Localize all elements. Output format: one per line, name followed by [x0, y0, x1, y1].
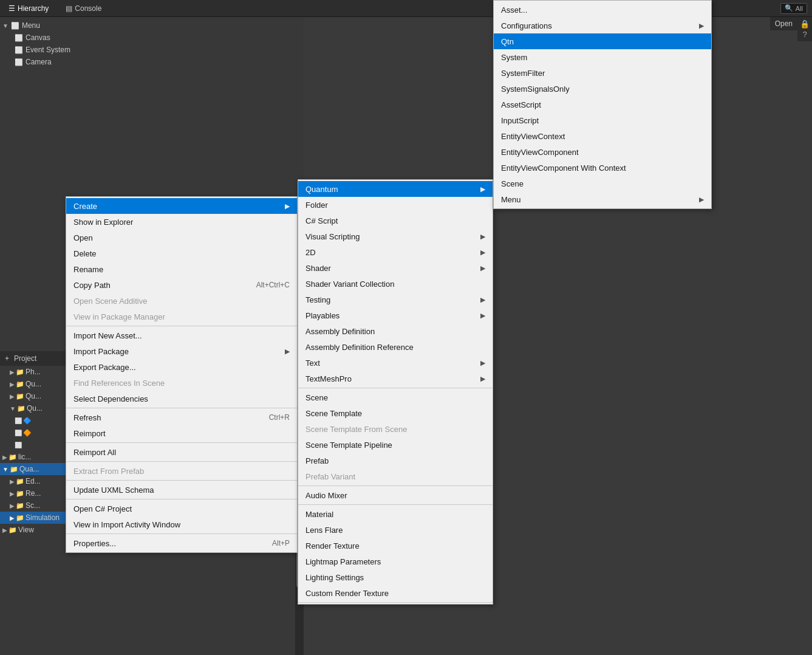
ctx-open-csharp[interactable]: Open C# Project: [66, 501, 297, 516]
ctx-item-label: Assembly Definition: [305, 327, 375, 336]
ctx-item-label: Lighting Settings: [305, 573, 364, 582]
ctx-assetscript[interactable]: AssetScript: [494, 97, 711, 112]
ctx-reimport[interactable]: Reimport: [66, 425, 297, 441]
ctx-item-label: Scene: [305, 393, 328, 402]
ctx-csharp-script[interactable]: C# Script: [298, 213, 493, 228]
ctx-item-label: Open: [73, 233, 93, 242]
ctx-prefab-variant: Prefab Variant: [298, 468, 493, 484]
ctx-view-import-activity[interactable]: View in Import Activity Window: [66, 516, 297, 532]
ctx-animator-controller[interactable]: Animator Controller: [298, 604, 493, 605]
hierarchy-item-label: Canvas: [26, 33, 50, 42]
ctx-folder[interactable]: Folder: [298, 197, 493, 213]
ctx-item-label: System: [501, 53, 527, 62]
ctx-item-label: InputScript: [501, 116, 539, 125]
ctx-visual-scripting[interactable]: Visual Scripting ▶: [298, 228, 493, 244]
ctx-menu-right[interactable]: Menu ▶: [494, 191, 711, 207]
ctx-entityviewcomponent-with-context[interactable]: EntityViewComponent With Context: [494, 160, 711, 176]
ctx-rename[interactable]: Rename: [66, 261, 297, 277]
ctx-entityviewcomponent[interactable]: EntityViewComponent: [494, 144, 711, 160]
console-tab[interactable]: ▤ Console: [62, 3, 105, 14]
ctx-select-dependencies[interactable]: Select Dependencies: [66, 391, 297, 406]
ctx-text[interactable]: Text ▶: [298, 355, 493, 371]
ctx-lens-flare[interactable]: Lens Flare: [298, 522, 493, 538]
ctx-separator-7: [66, 533, 297, 534]
context-menu-create: Quantum ▶ Folder C# Script Visual Script…: [298, 179, 493, 605]
ctx-lightmap-parameters[interactable]: Lightmap Parameters: [298, 554, 493, 569]
ctx-shader[interactable]: Shader ▶: [298, 260, 493, 276]
ctx-inputscript[interactable]: InputScript: [494, 112, 711, 128]
ctx-copy-path[interactable]: Copy Path Alt+Ctrl+C: [66, 277, 297, 293]
ctx-scene-template[interactable]: Scene Template: [298, 405, 493, 421]
ctx-scene[interactable]: Scene: [298, 389, 493, 405]
folder-icon: 📁: [10, 465, 18, 473]
submenu-arrow-icon: ▶: [285, 202, 290, 210]
ctx-import-package[interactable]: Import Package ▶: [66, 343, 297, 359]
ctx-lighting-settings[interactable]: Lighting Settings: [298, 569, 493, 585]
ctx-audio-mixer[interactable]: Audio Mixer: [298, 487, 493, 503]
ctx-playables[interactable]: Playables ▶: [298, 307, 493, 323]
hierarchy-item-camera[interactable]: ⬜ Camera: [0, 56, 304, 68]
context-menu-left: Create ▶ Show in Explorer Open Delete Re…: [66, 196, 298, 553]
ctx-shader-variant-collection[interactable]: Shader Variant Collection: [298, 276, 493, 292]
ctx-custom-render-texture[interactable]: Custom Render Texture: [298, 585, 493, 601]
arrow-icon: ▶: [10, 478, 15, 485]
folder-icon: ⬜: [15, 430, 22, 436]
ctx-2d[interactable]: 2D ▶: [298, 244, 493, 260]
question-icon[interactable]: ?: [802, 30, 807, 39]
ctx-qtn[interactable]: Qtn: [494, 33, 711, 49]
hierarchy-tab[interactable]: ☰ Hierarchy: [5, 3, 52, 14]
ctx-asset[interactable]: Asset...: [494, 2, 711, 18]
ctx-reimport-all[interactable]: Reimport All: [66, 444, 297, 460]
ctx-item-label: Export Package...: [73, 363, 136, 372]
hierarchy-item-menu[interactable]: ▼ ⬜ Menu: [0, 19, 304, 32]
ctx-scene-template-from-scene: Scene Template From Scene: [298, 421, 493, 437]
ctx-refresh[interactable]: Refresh Ctrl+R: [66, 410, 297, 425]
ctx-item-label: Reimport: [73, 429, 106, 438]
ctx-system[interactable]: System: [494, 49, 711, 65]
ctx-configurations[interactable]: Configurations ▶: [494, 18, 711, 33]
folder-icon: 📁: [16, 368, 24, 376]
ctx-scene-right[interactable]: Scene: [494, 176, 711, 191]
ctx-textmeshpro[interactable]: TextMeshPro ▶: [298, 371, 493, 386]
ctx-item-label: Prefab: [305, 456, 329, 465]
ctx-testing[interactable]: Testing ▶: [298, 292, 493, 307]
ctx-create[interactable]: Create ▶: [66, 198, 297, 214]
submenu-arrow-icon: ▶: [699, 22, 704, 30]
lock-icon[interactable]: 🔒: [800, 19, 810, 29]
ctx-systemfilter[interactable]: SystemFilter: [494, 65, 711, 81]
ctx-assembly-definition-reference[interactable]: Assembly Definition Reference: [298, 339, 493, 355]
hierarchy-item-canvas[interactable]: ⬜ Canvas: [0, 32, 304, 44]
folder-icon: ⬜: [15, 417, 22, 424]
ctx-render-texture[interactable]: Render Texture: [298, 538, 493, 554]
open-button[interactable]: Open: [775, 19, 793, 28]
ctx-show-explorer[interactable]: Show in Explorer: [66, 214, 297, 230]
ctx-delete[interactable]: Delete: [66, 245, 297, 261]
ctx-item-label: TextMeshPro: [305, 374, 352, 383]
ctx-item-label: Quantum: [305, 185, 338, 194]
hierarchy-tab-label: Hierarchy: [18, 4, 49, 13]
ctx-prefab[interactable]: Prefab: [298, 453, 493, 468]
add-icon[interactable]: +: [5, 354, 9, 363]
ctx-item-label: Render Texture: [305, 541, 360, 550]
ctx-scene-template-pipeline[interactable]: Scene Template Pipeline: [298, 437, 493, 453]
ctx-assembly-definition[interactable]: Assembly Definition: [298, 323, 493, 339]
ctx-item-label: Qtn: [501, 37, 514, 46]
ctx-export-package[interactable]: Export Package...: [66, 359, 297, 375]
ctx-systemsignalsonly[interactable]: SystemSignalsOnly: [494, 81, 711, 97]
ctx-item-label: Scene Template Pipeline: [305, 441, 392, 450]
ctx-item-label: View in Package Manager: [73, 312, 165, 321]
right-panel-icons: 🔒 ?: [797, 17, 812, 41]
ctx-quantum[interactable]: Quantum ▶: [298, 181, 493, 197]
ctx-properties[interactable]: Properties... Alt+P: [66, 535, 297, 551]
ctx-entityviewcontext[interactable]: EntityViewContext: [494, 128, 711, 144]
cube-icon: ⬜: [15, 58, 23, 66]
ctx-material[interactable]: Material: [298, 506, 493, 522]
submenu-arrow-icon: ▶: [480, 296, 485, 304]
ctx-extract-prefab: Extract From Prefab: [66, 463, 297, 479]
ctx-open[interactable]: Open: [66, 230, 297, 245]
ctx-item-label: Shader Variant Collection: [305, 279, 394, 289]
hierarchy-item-eventsystem[interactable]: ⬜ Event System: [0, 44, 304, 56]
ctx-item-label: Update UXML Schema: [73, 485, 154, 495]
ctx-import-new-asset[interactable]: Import New Asset...: [66, 328, 297, 343]
ctx-update-uxml[interactable]: Update UXML Schema: [66, 482, 297, 498]
